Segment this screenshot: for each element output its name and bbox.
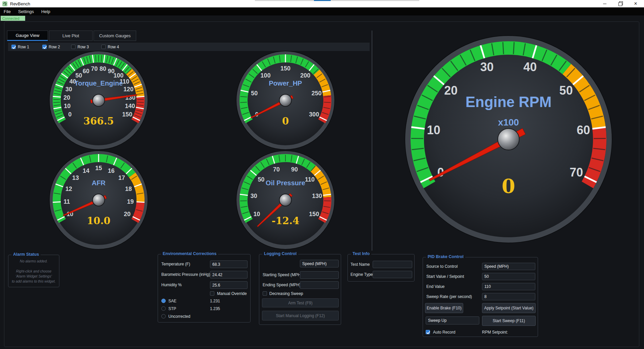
svg-text:100: 100 <box>113 72 123 79</box>
svg-text:50: 50 <box>251 90 258 97</box>
source-to-control-label: Source to Control <box>426 263 458 270</box>
enable-brake-button[interactable]: Enable Brake (F10) <box>425 303 463 313</box>
sae-radio[interactable] <box>161 299 166 303</box>
svg-text:150: 150 <box>122 111 132 118</box>
sweep-direction-combo[interactable]: Sweep Up <box>426 316 479 325</box>
svg-text:AFR: AFR <box>92 179 106 187</box>
svg-text:30: 30 <box>251 193 257 199</box>
svg-text:10: 10 <box>64 103 71 109</box>
manual-override-checkbox[interactable] <box>210 291 214 296</box>
row1-checkbox[interactable] <box>11 45 16 49</box>
close-icon: × <box>634 1 637 6</box>
svg-text:250: 250 <box>312 90 322 97</box>
svg-text:15: 15 <box>95 165 102 171</box>
logging-control-panel: Logging Control Speed (MPH) Starting Spe… <box>259 254 341 325</box>
humidity-input[interactable] <box>210 281 248 289</box>
end-value-label: End Value <box>426 283 445 290</box>
gauge-engine-rpm: 010203040506070Engine RPMx1000 <box>401 32 616 248</box>
stp-radio[interactable] <box>161 306 166 311</box>
pane-splitter[interactable] <box>372 31 372 251</box>
barometric-pressure-label: Barometric Pressure (inHg) <box>161 271 210 278</box>
menu-file[interactable]: File <box>0 7 14 15</box>
svg-text:Power_HP: Power_HP <box>269 80 302 87</box>
start-value-input[interactable] <box>482 273 535 280</box>
svg-text:10: 10 <box>427 123 440 137</box>
alarm-line: Right-click and choose <box>8 269 59 273</box>
svg-text:0: 0 <box>282 115 289 127</box>
svg-text:16: 16 <box>108 167 114 174</box>
row2-checkbox[interactable] <box>42 45 47 49</box>
row4-checkbox[interactable] <box>101 45 106 49</box>
starting-speed-input[interactable] <box>300 271 339 279</box>
engine-type-input[interactable] <box>373 271 412 278</box>
barometric-pressure-input[interactable] <box>210 271 248 279</box>
svg-text:x100: x100 <box>498 117 519 128</box>
arm-test-button[interactable]: Arm Test (F9) <box>262 298 339 307</box>
row1-toggle[interactable]: Row 1 <box>11 43 29 51</box>
end-value-input[interactable] <box>482 283 535 290</box>
row1-label: Row 1 <box>18 45 29 49</box>
svg-text:12: 12 <box>65 186 72 192</box>
svg-text:70: 70 <box>91 65 98 72</box>
alarm-line: 'Alarm Widget Settings' <box>8 274 59 278</box>
svg-text:366.5: 366.5 <box>84 115 114 127</box>
window-controls: × <box>597 0 643 7</box>
window-title: RevBench <box>10 1 30 6</box>
svg-text:110: 110 <box>305 176 315 183</box>
svg-text:0: 0 <box>502 175 515 198</box>
test-name-input[interactable] <box>373 261 412 268</box>
start-sweep-button[interactable]: Start Sweep (F11) <box>482 316 536 326</box>
svg-text:30: 30 <box>480 60 494 74</box>
stp-label: STP <box>168 305 176 312</box>
temperature-input[interactable] <box>210 260 248 268</box>
svg-text:-12.4: -12.4 <box>272 215 300 227</box>
svg-text:Engine RPM: Engine RPM <box>466 94 552 110</box>
svg-text:120: 120 <box>123 86 133 93</box>
row3-checkbox[interactable] <box>71 45 75 49</box>
top-edge-strip <box>255 0 419 1</box>
alarm-status-panel: Alarm Status No alarms added. Right-clic… <box>8 255 59 287</box>
svg-text:60: 60 <box>577 123 590 137</box>
title-bar: RevBench × <box>0 0 644 7</box>
sweep-rate-input[interactable] <box>482 293 535 300</box>
svg-text:70: 70 <box>273 166 280 173</box>
auto-record-checkbox[interactable] <box>426 330 430 334</box>
row4-label: Row 4 <box>108 45 119 49</box>
temperature-label: Temperature (F) <box>161 260 190 268</box>
rpm-setpoint-label: RPM Setpoint: <box>482 329 508 336</box>
svg-text:300: 300 <box>309 111 319 118</box>
manual-override-label: Manual Override <box>217 290 247 297</box>
test-info-title: Test Info <box>351 251 371 256</box>
menu-help[interactable]: Help <box>38 7 54 15</box>
svg-text:0: 0 <box>68 111 72 118</box>
minimize-button[interactable] <box>597 0 612 7</box>
svg-text:140: 140 <box>125 103 135 109</box>
pid-title: PID Brake Control <box>426 254 465 259</box>
close-button[interactable]: × <box>628 0 643 7</box>
svg-text:100: 100 <box>261 72 271 79</box>
menu-settings[interactable]: Settings <box>14 7 38 15</box>
minimize-icon <box>603 4 606 4</box>
svg-text:19: 19 <box>127 198 134 205</box>
svg-text:50: 50 <box>258 176 265 183</box>
svg-text:150: 150 <box>309 211 319 217</box>
start-manual-logging-button[interactable]: Start Manual Logging (F12) <box>262 311 339 320</box>
ending-speed-input[interactable] <box>300 281 339 289</box>
tab-live-plot[interactable]: Live Plot <box>49 31 93 41</box>
svg-text:18: 18 <box>125 186 132 192</box>
decreasing-sweep-checkbox[interactable] <box>263 291 267 296</box>
tab-gauge-view[interactable]: Gauge View <box>7 31 48 41</box>
top-edge-strip-accent <box>314 0 331 1</box>
svg-text:Oil Pressure: Oil Pressure <box>266 179 305 187</box>
pid-brake-control-panel: PID Brake Control Source to Control Spee… <box>423 257 538 337</box>
source-to-control-combo[interactable]: Speed (MPH) <box>482 263 535 270</box>
svg-text:80: 80 <box>100 65 106 72</box>
apply-setpoint-button[interactable]: Apply Setpoint (Start Value) <box>482 303 536 313</box>
start-value-label: Start Value / Setpoint <box>426 273 464 280</box>
logging-source-combo[interactable]: Speed (MPH) <box>300 260 339 267</box>
svg-text:200: 200 <box>300 72 310 79</box>
restore-button[interactable] <box>612 0 628 7</box>
tab-custom-gauges[interactable]: Custom Gauges <box>94 31 136 41</box>
uncorrected-radio[interactable] <box>161 314 166 318</box>
svg-text:11: 11 <box>64 198 70 205</box>
